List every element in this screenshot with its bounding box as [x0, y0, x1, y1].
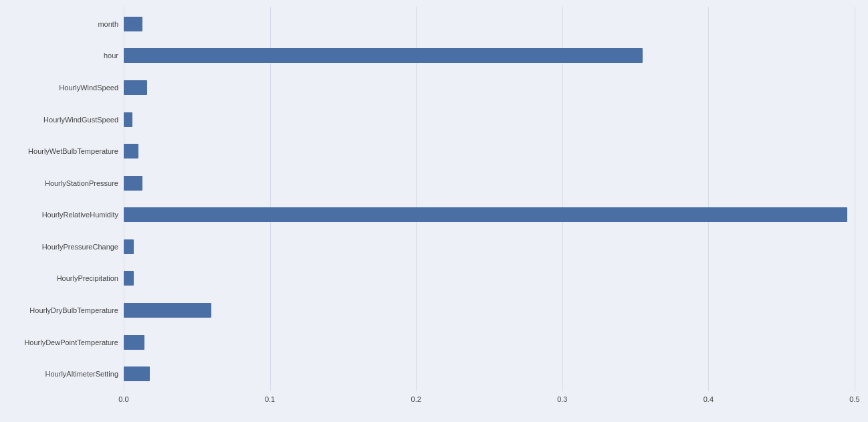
y-label: HourlyAltimeterSetting — [7, 359, 118, 389]
chart-container: monthhourHourlyWindSpeedHourlyWindGustSp… — [0, 0, 868, 422]
y-label: HourlyWindSpeed — [7, 73, 118, 102]
bar — [124, 366, 150, 381]
bar — [124, 303, 211, 318]
bar — [124, 335, 144, 350]
x-tick-label: 0.1 — [265, 395, 275, 403]
bar-row — [124, 41, 855, 70]
x-axis: 0.00.10.20.30.40.5 — [124, 391, 855, 395]
bar-row — [124, 169, 855, 198]
bar — [124, 17, 142, 31]
y-label: HourlyWetBulbTemperature — [7, 136, 118, 166]
y-label: HourlyWindGustSpeed — [7, 105, 118, 134]
bar-row — [124, 9, 855, 39]
bar — [124, 144, 138, 159]
y-label: HourlyStationPressure — [7, 169, 118, 198]
x-tick-label: 0.4 — [703, 395, 714, 403]
y-label: HourlyDryBulbTemperature — [7, 296, 118, 325]
bar-row — [124, 263, 855, 293]
y-label: HourlyPrecipitation — [7, 263, 118, 293]
x-tick-label: 0.3 — [557, 395, 567, 403]
bar-row — [124, 73, 855, 102]
bar-row — [124, 200, 855, 229]
bars-and-grid — [124, 7, 855, 391]
y-label: hour — [7, 41, 118, 70]
bar-row — [124, 105, 855, 134]
bar — [124, 176, 142, 191]
grid-line — [855, 7, 855, 391]
bar — [124, 48, 643, 63]
bar-row — [124, 328, 855, 357]
bar — [124, 239, 134, 254]
bar-row — [124, 296, 855, 325]
x-tick-label: 0.2 — [411, 395, 421, 403]
x-tick-label: 0.0 — [118, 395, 128, 403]
bar-row — [124, 359, 855, 389]
y-label: month — [7, 9, 118, 39]
bar — [124, 207, 847, 222]
y-axis-labels: monthhourHourlyWindSpeedHourlyWindGustSp… — [7, 7, 124, 391]
bar — [124, 271, 134, 286]
chart-area: monthhourHourlyWindSpeedHourlyWindGustSp… — [7, 7, 855, 391]
bar-row — [124, 136, 855, 166]
bars-wrapper — [124, 7, 855, 391]
bar-row — [124, 232, 855, 261]
x-tick-label: 0.5 — [849, 395, 859, 403]
y-label: HourlyRelativeHumidity — [7, 200, 118, 229]
y-label: HourlyDewPointTemperature — [7, 328, 118, 357]
bar — [124, 112, 132, 127]
bar — [124, 80, 147, 95]
y-label: HourlyPressureChange — [7, 232, 118, 261]
